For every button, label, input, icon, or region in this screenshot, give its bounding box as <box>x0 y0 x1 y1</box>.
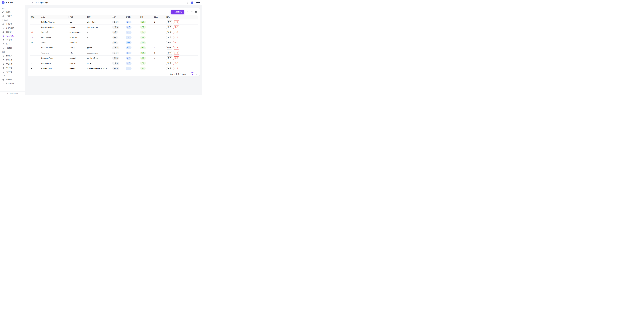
archive-button[interactable]: 归 档 <box>173 57 179 60</box>
shield-check-icon <box>2 27 4 29</box>
books-emoji <box>31 42 33 44</box>
sidebar-item[interactable]: 系统配置 <box>1 78 24 82</box>
column-height-icon[interactable] <box>190 11 193 14</box>
detail-button[interactable]: 详 情 <box>166 46 172 50</box>
source-badge: 自定义 <box>112 67 120 70</box>
gear-icon <box>2 79 4 81</box>
table-settings-gear-icon[interactable] <box>194 11 198 14</box>
status-badge: 活跃 <box>140 31 146 34</box>
sidebar-item[interactable]: 模型服务 <box>1 30 24 34</box>
visibility-badge: 公开 <box>126 46 132 49</box>
sidebar-item[interactable]: 账号管理 <box>1 22 24 26</box>
status-badge: 活跃 <box>140 46 146 49</box>
refresh-icon[interactable] <box>186 11 189 14</box>
user-menu[interactable]: A Admin <box>191 2 200 4</box>
archive-button[interactable]: 归 档 <box>173 36 179 39</box>
archive-button[interactable]: 归 档 <box>173 46 179 50</box>
sidebar-item[interactable]: 角色与权限 <box>1 26 24 30</box>
sidebar-item[interactable]: 操作日志 <box>1 66 24 70</box>
sidebar-item[interactable]: Agent 模板 <box>1 34 24 38</box>
detail-button[interactable]: 详 情 <box>166 67 172 70</box>
status-badge: 活跃 <box>140 36 146 39</box>
cell-category: healthcare <box>68 37 86 39</box>
archive-button[interactable]: 归 档 <box>173 20 179 24</box>
detail-button[interactable]: 详 情 <box>166 26 172 29</box>
table-row: -Content Writercreativeclaude-sonnet-4-2… <box>30 66 198 71</box>
archive-button[interactable]: 归 档 <box>173 67 179 70</box>
sidebar-item-label: 模型服务 <box>6 31 12 33</box>
cell-version: 1 <box>153 57 165 59</box>
new-template-button[interactable]: 新建模板 <box>171 10 184 14</box>
visibility-badge: 公开 <box>126 21 132 24</box>
sidebar-nav: 核心仪表盘计费管理资源管理账号管理角色与权限模型服务Agent 模板API 密钥… <box>0 6 25 91</box>
sidebar-item[interactable]: 计费管理 <box>1 14 24 18</box>
sidebar-item[interactable]: 提示词管理 <box>1 82 24 86</box>
templates-table: 图标名称分类模型来源可见性状态版本操作-E2E Test Templatetes… <box>30 15 198 71</box>
sidebar-item[interactable]: 知识库 <box>1 42 24 46</box>
chevron-right-icon[interactable] <box>196 73 198 75</box>
detail-button[interactable]: 详 情 <box>166 51 172 55</box>
source-badge: 内置 <box>112 31 118 34</box>
archive-button[interactable]: 归 档 <box>173 51 179 55</box>
cell-icon: - <box>30 67 40 69</box>
cell-icon: - <box>30 26 40 28</box>
breadcrumb-current: Agent 模板 <box>40 2 48 4</box>
cell-source: 自定义 <box>111 62 125 65</box>
cell-visibility: 公开 <box>125 31 139 34</box>
archive-button[interactable]: 归 档 <box>173 62 179 65</box>
column-header: 来源 <box>111 15 125 20</box>
moon-icon[interactable] <box>187 2 189 4</box>
cell-source: 自定义 <box>111 57 125 60</box>
cell-model: - <box>86 31 111 33</box>
sidebar-item[interactable]: 定时任务 <box>1 62 24 66</box>
breadcrumb-separator: / <box>38 2 39 4</box>
archive-button[interactable]: 归 档 <box>173 31 179 34</box>
sidebar-item[interactable]: 行业配置 <box>1 46 24 50</box>
book-icon <box>2 43 4 45</box>
sidebar-item[interactable]: 中转任务 <box>1 58 24 62</box>
store-icon <box>2 47 4 49</box>
detail-button[interactable]: 详 情 <box>166 36 172 39</box>
sidebar-collapse-icon[interactable] <box>28 2 30 4</box>
cell-model: gemini-2.5-pro <box>86 57 111 59</box>
sidebar-item-label: 角色与权限 <box>6 27 14 29</box>
breadcrumb: ZCLAW / Agent 模板 <box>31 2 48 4</box>
sidebar-item[interactable]: 同步日志 <box>1 70 24 74</box>
archive-button[interactable]: 归 档 <box>173 26 179 29</box>
cell-icon: - <box>30 47 40 49</box>
cell-name: ZCLAW Assistant <box>40 26 68 28</box>
cell-name: 教学助手 <box>40 42 68 44</box>
users-icon <box>2 23 4 25</box>
detail-button[interactable]: 详 情 <box>166 20 172 24</box>
detail-button[interactable]: 详 情 <box>166 62 172 65</box>
source-badge: 内置 <box>112 36 118 39</box>
cell-version: 1 <box>153 62 165 64</box>
archive-button[interactable]: 归 档 <box>173 41 179 44</box>
sidebar-item-label: 系统配置 <box>6 79 12 81</box>
status-badge: 活跃 <box>140 57 146 60</box>
column-header: 操作 <box>165 15 198 20</box>
sidebar-item[interactable]: 用量统计 <box>1 54 24 58</box>
pagination-page-1[interactable]: 1 <box>191 73 194 76</box>
cell-model: kimi-for-coding <box>86 26 111 28</box>
breadcrumb-root[interactable]: ZCLAW <box>31 2 37 4</box>
detail-button[interactable]: 详 情 <box>166 57 172 60</box>
cell-name: Content Writer <box>40 67 68 69</box>
cell-status: 活跃 <box>139 26 153 29</box>
visibility-badge: 公开 <box>126 62 132 65</box>
file-text-icon <box>2 67 4 69</box>
detail-button[interactable]: 详 情 <box>166 41 172 44</box>
cell-actions: 详 情归 档 <box>165 57 198 60</box>
sync-icon <box>2 71 4 73</box>
detail-button[interactable]: 详 情 <box>166 31 172 34</box>
cell-status: 活跃 <box>139 31 153 34</box>
sidebar-item[interactable]: API 密钥 <box>1 38 24 42</box>
sidebar: Z ZCLAW 核心仪表盘计费管理资源管理账号管理角色与权限模型服务Agent … <box>0 0 25 95</box>
cell-name: 医疗行政助手 <box>40 36 68 39</box>
visibility-badge: 公开 <box>126 67 132 70</box>
cell-icon: - <box>30 21 40 23</box>
cell-visibility: 公开 <box>125 46 139 49</box>
cell-visibility: 公开 <box>125 36 139 39</box>
chevron-left-icon[interactable] <box>187 73 189 75</box>
sidebar-item[interactable]: 仪表盘 <box>1 10 24 14</box>
